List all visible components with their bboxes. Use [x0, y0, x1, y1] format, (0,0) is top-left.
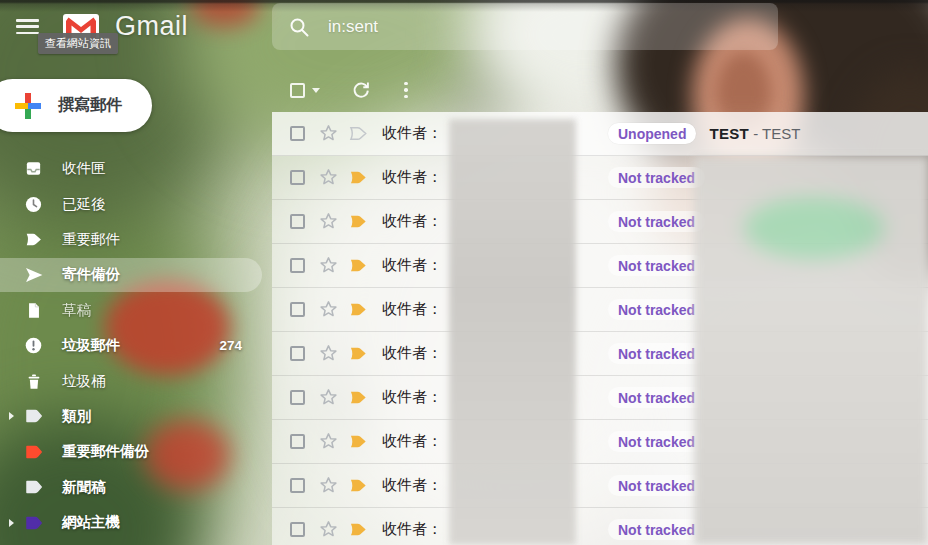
- site-info-tooltip: 查看網站資訊: [38, 33, 118, 54]
- mail-row-8[interactable]: 收件者： Not tracked: [272, 420, 928, 464]
- sidebar-item-send[interactable]: 寄件備份: [0, 257, 272, 292]
- tracking-badge: Not tracked: [608, 255, 705, 276]
- row-right-content: Unopened TEST - TEST: [608, 123, 800, 144]
- recipient-prefix: 收件者：: [382, 432, 442, 451]
- sidebar-item-label-8[interactable]: 重要郵件備份: [0, 434, 272, 469]
- sidebar-item-icon: [23, 406, 44, 427]
- sidebar-item-label: 收件匣: [62, 159, 106, 178]
- star-icon[interactable]: [318, 299, 339, 320]
- sidebar-item-important[interactable]: 重要郵件: [0, 222, 272, 257]
- sidebar-item-label: 垃圾郵件: [62, 336, 120, 355]
- row-checkbox[interactable]: [290, 258, 305, 273]
- compose-plus-icon: [14, 92, 42, 120]
- sidebar-item-label-10[interactable]: 網站主機: [0, 505, 272, 540]
- row-right-content: Not tracked: [608, 475, 705, 496]
- subject-text: TEST - TEST: [709, 125, 800, 143]
- row-checkbox[interactable]: [290, 170, 305, 185]
- importance-marker-icon[interactable]: [348, 389, 369, 406]
- importance-marker-icon[interactable]: [348, 301, 369, 318]
- mail-row-5[interactable]: 收件者： Not tracked: [272, 288, 928, 332]
- row-checkbox[interactable]: [290, 434, 305, 449]
- expand-arrow-icon[interactable]: [4, 412, 18, 420]
- star-icon[interactable]: [318, 431, 339, 452]
- importance-marker-icon[interactable]: [348, 345, 369, 362]
- recipient-prefix: 收件者：: [382, 124, 442, 143]
- row-right-content: Not tracked: [608, 519, 705, 540]
- tracking-badge: Not tracked: [608, 167, 705, 188]
- compose-button[interactable]: 撰寫郵件: [0, 79, 152, 132]
- row-right-content: Not tracked: [608, 387, 705, 408]
- compose-label: 撰寫郵件: [58, 95, 122, 116]
- recipient-prefix: 收件者：: [382, 300, 442, 319]
- importance-marker-icon[interactable]: [348, 213, 369, 230]
- star-icon[interactable]: [318, 123, 339, 144]
- importance-marker-icon[interactable]: [348, 257, 369, 274]
- mail-row-3[interactable]: 收件者： Not tracked: [272, 200, 928, 244]
- more-options-icon[interactable]: [402, 80, 410, 101]
- row-checkbox[interactable]: [290, 478, 305, 493]
- row-checkbox[interactable]: [290, 522, 305, 537]
- mail-row-2[interactable]: 收件者： Not tracked: [272, 156, 928, 200]
- refresh-icon[interactable]: [351, 80, 371, 100]
- tracking-badge: Not tracked: [608, 299, 705, 320]
- sidebar-item-label: 新聞稿: [62, 478, 106, 497]
- sidebar-item-clock[interactable]: 已延後: [0, 186, 272, 221]
- row-right-content: Not tracked: [608, 211, 705, 232]
- sidebar-item-icon: [23, 477, 44, 498]
- row-checkbox[interactable]: [290, 126, 305, 141]
- row-right-content: Not tracked: [608, 299, 705, 320]
- gmail-wordmark: Gmail: [115, 11, 188, 42]
- mail-row-10[interactable]: 收件者： Not tracked: [272, 508, 928, 545]
- sidebar-item-label-9[interactable]: 新聞稿: [0, 470, 272, 505]
- recipient-prefix: 收件者：: [382, 476, 442, 495]
- star-icon[interactable]: [318, 343, 339, 364]
- mail-row-6[interactable]: 收件者： Not tracked: [272, 332, 928, 376]
- sidebar-item-trash[interactable]: 垃圾桶: [0, 363, 272, 398]
- select-all-checkbox[interactable]: [290, 83, 305, 98]
- star-icon[interactable]: [318, 519, 339, 540]
- importance-marker-icon[interactable]: [348, 477, 369, 494]
- star-icon[interactable]: [318, 387, 339, 408]
- row-checkbox[interactable]: [290, 346, 305, 361]
- row-checkbox[interactable]: [290, 390, 305, 405]
- sidebar-item-draft[interactable]: 草稿: [0, 293, 272, 328]
- main-menu-icon[interactable]: [16, 19, 39, 34]
- mail-row-4[interactable]: 收件者： Not tracked: [272, 244, 928, 288]
- row-checkbox[interactable]: [290, 214, 305, 229]
- tracking-badge: Not tracked: [608, 475, 705, 496]
- tracking-badge: Not tracked: [608, 211, 705, 232]
- importance-marker-icon[interactable]: [348, 125, 369, 142]
- expand-arrow-icon[interactable]: [4, 519, 18, 527]
- sidebar-item-label-7[interactable]: 類別: [0, 399, 272, 434]
- star-icon[interactable]: [318, 211, 339, 232]
- sidebar-item-label: 垃圾桶: [62, 372, 106, 391]
- sidebar-item-label: 網站主機: [62, 513, 120, 532]
- mail-row-7[interactable]: 收件者： Not tracked: [272, 376, 928, 420]
- importance-marker-icon[interactable]: [348, 169, 369, 186]
- sidebar-item-inbox[interactable]: 收件匣: [0, 151, 272, 186]
- sidebar-item-label: 寄件備份: [62, 265, 120, 284]
- mail-row-9[interactable]: 收件者： Not tracked: [272, 464, 928, 508]
- star-icon[interactable]: [318, 475, 339, 496]
- sidebar-nav: 收件匣 已延後 重要郵件 寄件備份 草稿 垃圾郵件: [0, 151, 272, 540]
- select-dropdown-icon[interactable]: [312, 88, 320, 93]
- sidebar-item-spam[interactable]: 垃圾郵件 274: [0, 328, 272, 363]
- tracking-badge: Not tracked: [608, 519, 705, 540]
- row-checkbox[interactable]: [290, 302, 305, 317]
- search-bar[interactable]: in:sent: [272, 3, 778, 50]
- search-input[interactable]: in:sent: [328, 17, 378, 37]
- importance-marker-icon[interactable]: [348, 521, 369, 538]
- search-icon: [288, 16, 310, 38]
- recipient-prefix: 收件者：: [382, 388, 442, 407]
- star-icon[interactable]: [318, 255, 339, 276]
- mail-row-1[interactable]: 收件者： Unopened TEST - TEST: [272, 112, 928, 156]
- recipient-prefix: 收件者：: [382, 520, 442, 539]
- mail-list: 收件者： Unopened TEST - TEST 收件者： Not track…: [272, 112, 928, 545]
- recipient-prefix: 收件者：: [382, 212, 442, 231]
- star-icon[interactable]: [318, 167, 339, 188]
- importance-marker-icon[interactable]: [348, 433, 369, 450]
- sidebar-item-icon: [23, 300, 44, 321]
- tracking-badge: Not tracked: [608, 431, 705, 452]
- row-right-content: Not tracked: [608, 255, 705, 276]
- tracking-badge: Not tracked: [608, 387, 705, 408]
